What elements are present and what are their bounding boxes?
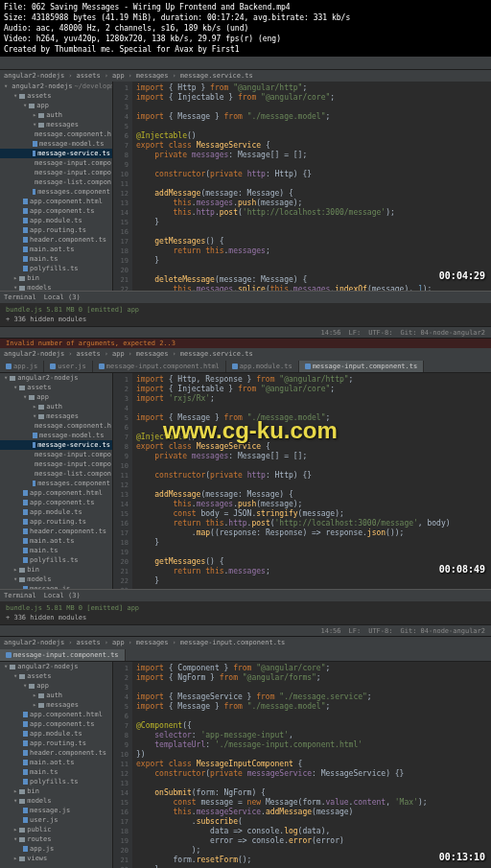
tree-file[interactable]: polyfills.ts: [0, 264, 112, 273]
code-editor[interactable]: 1234567891011121314151617181920212223 im…: [113, 373, 491, 589]
tab[interactable]: user.js: [44, 361, 93, 372]
main-toolbar: [0, 57, 491, 70]
project-tree[interactable]: ▾angular2-nodejs ~/development/ ▾assets …: [0, 82, 113, 291]
tree-folder[interactable]: ▾app: [0, 101, 112, 110]
timestamp-1: 00:04:29: [439, 270, 485, 281]
tree-folder[interactable]: ▾messages: [0, 120, 112, 129]
ide-frame-2: Invalid number of arguments, expected 2.…: [0, 339, 491, 637]
tree-file[interactable]: message-model.ts: [0, 139, 112, 149]
size-line: Size: 43185988 bytes (41.19 MiB), durati…: [4, 12, 487, 23]
tab[interactable]: message-input.component.html: [93, 361, 226, 372]
code-content[interactable]: import { Http, Response } from "@angular…: [132, 373, 491, 589]
breadcrumb-bar[interactable]: angular2-nodejs›assets›app›messages›mess…: [0, 637, 491, 648]
breadcrumb-bar[interactable]: angular2-nodejs› assets› app› messages› …: [0, 70, 491, 82]
line-gutter: 12345678910111213141516171819202122: [113, 82, 132, 291]
terminal-tab[interactable]: Local (3): [44, 293, 81, 301]
terminal-tab[interactable]: Terminal: [4, 293, 36, 301]
file-line: File: 062 Saving Messages - Wiring Up Fr…: [4, 2, 487, 12]
video-line: Video: h264, yuv420p, 1280x720, 138 kb/s…: [4, 34, 487, 44]
status-bar: 14:56LF:UTF-8:Git: 04-node-angular2: [0, 624, 491, 636]
code-editor[interactable]: 12345678910111213141516171819202122 impo…: [113, 662, 491, 868]
breadcrumb-part[interactable]: app: [112, 72, 125, 80]
terminal-panel[interactable]: Terminal Local (3) bundle.js 5.81 MB 0 […: [0, 291, 491, 326]
tree-file[interactable]: main.aot.ts: [0, 245, 112, 254]
video-metadata-header: File: 062 Saving Messages - Wiring Up Fr…: [0, 0, 491, 57]
tree-file[interactable]: main.ts: [0, 254, 112, 264]
breadcrumb-file[interactable]: message.service.ts: [180, 72, 253, 80]
tree-folder[interactable]: ▾models: [0, 283, 112, 291]
editor-tabs[interactable]: message-input.component.ts: [0, 648, 491, 662]
tab[interactable]: app.js: [0, 361, 44, 372]
line-gutter: 1234567891011121314151617181920212223: [113, 373, 132, 589]
tree-folder[interactable]: ▸bin: [0, 273, 112, 283]
project-tree[interactable]: ▾angular2-nodejs ▾assets ▾app ▸auth ▾mes…: [0, 373, 113, 589]
tree-file[interactable]: message-list.compon: [0, 177, 112, 187]
terminal-tabs[interactable]: Terminal Local (3): [0, 292, 491, 303]
code-editor[interactable]: 12345678910111213141516171819202122 impo…: [113, 82, 491, 291]
tree-file[interactable]: message.component.h: [0, 129, 112, 139]
tree-file[interactable]: messages.component: [0, 187, 112, 197]
line-gutter: 12345678910111213141516171819202122: [113, 662, 132, 868]
tree-file[interactable]: header.component.ts: [0, 235, 112, 245]
breadcrumb-part[interactable]: messages: [136, 72, 169, 80]
code-content[interactable]: import { Http } from "@angular/http"; im…: [132, 82, 491, 291]
tab-active[interactable]: message-input.component.ts: [299, 361, 425, 372]
tree-file[interactable]: app.component.html: [0, 197, 112, 206]
tab[interactable]: app.module.ts: [226, 361, 299, 372]
timestamp-2: 00:08:49: [439, 564, 485, 575]
tree-folder[interactable]: ▾assets: [0, 91, 112, 101]
tab-active[interactable]: message-input.component.ts: [0, 649, 126, 661]
code-content[interactable]: import { Component } from "@angular/core…: [132, 662, 491, 868]
created-line: Created by Thumbnail me. Special for Ava…: [4, 44, 487, 55]
breadcrumb-root[interactable]: angular2-nodejs: [4, 72, 64, 80]
tree-file[interactable]: app.module.ts: [0, 216, 112, 225]
error-banner: Invalid number of arguments, expected 2.…: [0, 339, 491, 348]
terminal-panel[interactable]: TerminalLocal (3) bundle.js 5.81 MB 0 [e…: [0, 589, 491, 624]
tree-file-selected[interactable]: message-service.ts: [0, 149, 112, 158]
breadcrumb-bar[interactable]: angular2-nodejs›assets›app›messages›mess…: [0, 348, 491, 360]
ide-frame-1: angular2-nodejs› assets› app› messages› …: [0, 57, 491, 339]
tree-root[interactable]: ▾angular2-nodejs ~/development/: [0, 82, 112, 91]
tree-folder[interactable]: ▸auth: [0, 110, 112, 120]
project-tree[interactable]: ▾angular2-nodejs ▾assets ▾app ▸auth ▸mes…: [0, 662, 113, 868]
breadcrumb-part[interactable]: assets: [76, 72, 100, 80]
tree-file[interactable]: app.component.ts: [0, 206, 112, 216]
status-bar: 14:56LF:UTF-8:Git: 04-node-angular2: [0, 326, 491, 338]
tree-file[interactable]: message-input.compo: [0, 158, 112, 168]
ide-frame-3: angular2-nodejs›assets›app›messages›mess…: [0, 637, 491, 868]
audio-line: Audio: aac, 48000 Hz, 2 channels, s16, 1…: [4, 23, 487, 34]
timestamp-3: 00:13:10: [439, 852, 485, 862]
tree-file[interactable]: app.routing.ts: [0, 225, 112, 235]
terminal-output: bundle.js 5.81 MB 0 [emitted] app + 336 …: [0, 303, 491, 326]
tree-file[interactable]: message-input.compo: [0, 168, 112, 177]
editor-tabs[interactable]: app.js user.js message-input.component.h…: [0, 360, 491, 373]
